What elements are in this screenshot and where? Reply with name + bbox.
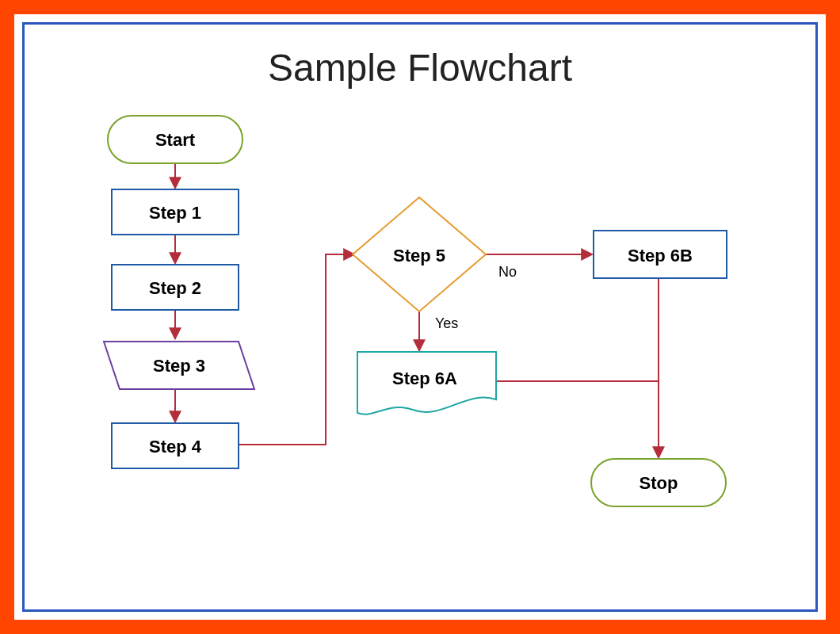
edge-step6a-stop — [496, 381, 659, 453]
node-step5-label: Step 5 — [393, 246, 445, 265]
node-step5: Step 5 — [353, 197, 486, 311]
inner-border: Sample Flowchart — [22, 22, 818, 612]
node-step3-label: Step 3 — [153, 356, 205, 376]
outer-border: Sample Flowchart — [0, 0, 840, 634]
diagram-title: Sample Flowchart — [268, 47, 572, 89]
node-step2-label: Step 2 — [149, 278, 201, 298]
node-start: Start — [108, 116, 242, 163]
node-start-label: Start — [155, 130, 196, 150]
node-step6b: Step 6B — [594, 231, 727, 278]
node-step6b-label: Step 6B — [628, 246, 693, 265]
node-stop: Stop — [591, 459, 726, 506]
flowchart-canvas: Sample Flowchart — [25, 25, 815, 611]
edge-step4-step5 — [239, 254, 353, 445]
edge-label-no: No — [498, 264, 517, 280]
node-step3: Step 3 — [104, 342, 254, 389]
node-step6a: Step 6A — [357, 352, 496, 414]
node-step6a-label: Step 6A — [392, 369, 457, 388]
edge-label-yes: Yes — [435, 315, 458, 331]
node-step4-label: Step 4 — [149, 437, 202, 456]
node-step1-label: Step 1 — [149, 203, 201, 223]
node-step2: Step 2 — [112, 265, 239, 310]
node-stop-label: Stop — [640, 473, 678, 493]
node-step4: Step 4 — [112, 423, 239, 468]
node-step1: Step 1 — [112, 189, 239, 235]
